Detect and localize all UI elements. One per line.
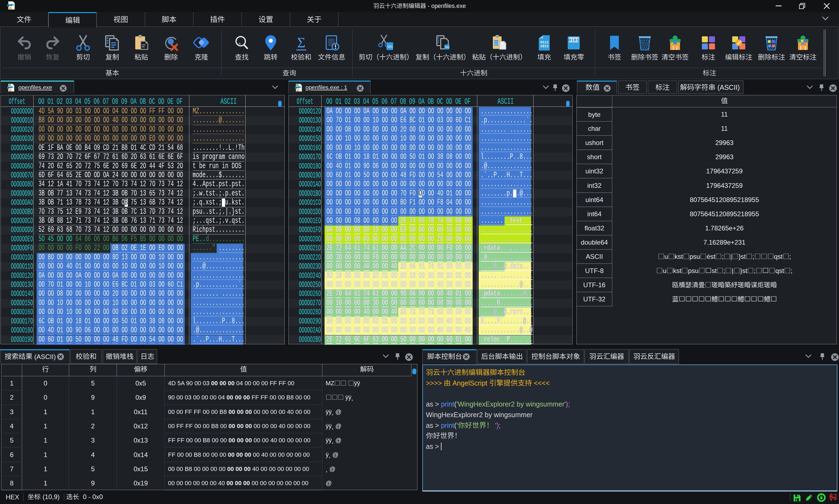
svg-text:1011: 1011 (540, 44, 548, 48)
svg-text:0111: 0111 (540, 40, 548, 44)
svg-text:101: 101 (444, 46, 450, 49)
svg-text:1011: 1011 (493, 43, 499, 45)
svg-text:101: 101 (387, 45, 393, 49)
svg-text:0101: 0101 (569, 38, 579, 43)
svg-text:Σ: Σ (297, 35, 305, 51)
